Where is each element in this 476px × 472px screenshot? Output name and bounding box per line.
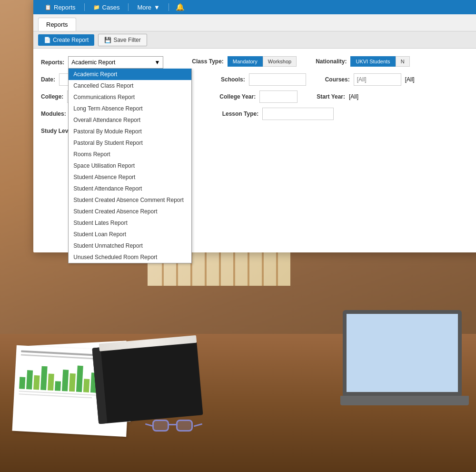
reports-field-label: Reports: [41, 59, 64, 66]
dropdown-item-pastoral-student[interactable]: Pastoral By Student Report [69, 137, 191, 149]
dropdown-item-label-3: Long Term Absence Report [73, 105, 142, 112]
courses-input[interactable] [354, 73, 401, 86]
dropdown-item-student-created-absence[interactable]: Student Created Absence Report [69, 206, 191, 217]
bar-1 [19, 377, 25, 389]
cases-nav-icon: 📁 [93, 4, 100, 10]
glass-bridge [169, 424, 176, 425]
start-year-value: [All] [349, 93, 358, 100]
dropdown-item-long-term[interactable]: Long Term Absence Report [69, 103, 191, 114]
courses-field: Courses: [All] [325, 73, 415, 86]
glass-frame-left [152, 420, 169, 432]
dropdown-item-label-4: Overall Attendance Report [73, 117, 140, 123]
dropdown-item-label-9: Student Absence Report [73, 174, 135, 181]
reports-select-display[interactable]: Academic Report ▼ [68, 56, 163, 69]
dropdown-item-pastoral-module[interactable]: Pastoral By Module Report [69, 126, 191, 137]
bar-4 [40, 366, 48, 391]
schools-input[interactable] [249, 73, 306, 86]
class-type-label: Class Type: [192, 58, 223, 65]
nationality-n[interactable]: N [396, 56, 410, 67]
lesson-type-label: Lesson Type: [222, 110, 258, 117]
reports-select-wrapper: Academic Report ▼ Academic Report Cancel… [68, 56, 163, 69]
dropdown-item-student-attendance[interactable]: Student Attendance Report [69, 183, 191, 194]
schools-label: Schools: [221, 76, 245, 83]
college-year-label: College Year: [219, 93, 256, 100]
class-type-mandatory[interactable]: Mandatory [228, 56, 263, 67]
nav-more[interactable]: More ▼ [130, 0, 167, 14]
dropdown-item-label-1: Cancelled Class Report [73, 82, 133, 89]
reports-select-arrow: ▼ [154, 59, 160, 66]
dropdown-item-overall-attendance[interactable]: Overall Attendance Report [69, 114, 191, 126]
create-label: Create Report [53, 37, 89, 43]
bar-7 [62, 370, 69, 392]
dropdown-item-label-11: Student Created Absence Comment Report [73, 197, 183, 203]
nav-divider-3 [169, 3, 169, 11]
class-type-group: Class Type: Mandatory Workshop [192, 56, 297, 67]
lesson-type-field: Lesson Type: [222, 108, 334, 120]
bar-9 [76, 366, 83, 392]
bar-6 [55, 381, 61, 391]
dropdown-item-academic-report[interactable]: Academic Report [69, 69, 191, 80]
reports-select-value: Academic Report [71, 59, 115, 66]
dropdown-item-unused-room[interactable]: Unused Scheduled Room Report [69, 251, 191, 263]
nav-bell[interactable]: 🔔 [171, 3, 189, 11]
start-year-field: Start Year: [All] [317, 93, 358, 100]
tab-reports-label: Reports [46, 21, 68, 28]
dropdown-item-student-unmatched[interactable]: Student Unmatched Report [69, 240, 191, 251]
nav-more-arrow: ▼ [154, 4, 160, 11]
dropdown-item-student-lates[interactable]: Student Lates Report [69, 217, 191, 229]
bar-3 [33, 375, 40, 390]
nationality-group: Nationality: UKVI Students N [316, 56, 409, 67]
reports-field-group: Reports: Academic Report ▼ Academic Repo… [41, 56, 163, 69]
app-window: 📋 Reports 📁 Cases More ▼ 🔔 Reports 📄 Cre… [33, 0, 476, 252]
class-type-buttons: Mandatory Workshop [228, 56, 297, 67]
dropdown-item-student-loan[interactable]: Student Loan Report [69, 229, 191, 240]
courses-value: [All] [405, 76, 415, 83]
reports-nav-icon: 📋 [45, 4, 51, 10]
create-report-button[interactable]: 📄 Create Report [38, 34, 94, 46]
dropdown-item-student-absence[interactable]: Student Absence Report [69, 171, 191, 183]
dropdown-item-space[interactable]: Space Utilisation Report [69, 160, 191, 171]
nav-cases[interactable]: 📁 Cases [87, 0, 127, 14]
dropdown-item-cancelled-class[interactable]: Cancelled Class Report [69, 80, 191, 91]
nav-divider-2 [128, 3, 129, 11]
nav-more-label: More [137, 4, 151, 11]
dropdown-item-student-created-comment[interactable]: Student Created Absence Comment Report [69, 194, 191, 206]
nav-divider-1 [84, 3, 85, 11]
dropdown-item-rooms[interactable]: Rooms Report [69, 149, 191, 160]
nationality-label: Nationality: [316, 58, 347, 65]
college-year-field: College Year: [219, 90, 298, 103]
dropdown-item-label-5: Pastoral By Module Report [73, 128, 141, 135]
dropdown-item-label-2: Communications Report [73, 94, 135, 100]
bar-5 [48, 373, 54, 391]
dropdown-item-label-13: Student Lates Report [73, 220, 127, 226]
laptop-base [340, 396, 469, 405]
modules-label: Modules: [41, 110, 66, 117]
start-year-label: Start Year: [317, 93, 345, 100]
dropdown-item-label-8: Space Utilisation Report [73, 162, 135, 169]
dropdown-item-communications[interactable]: Communications Report [69, 91, 191, 103]
nationality-buttons: UKVI Students N [350, 56, 409, 67]
laptop-screen-content [347, 314, 458, 392]
nationality-ukvi[interactable]: UKVI Students [350, 56, 395, 67]
reports-dropdown-list: Academic Report Cancelled Class Report C… [68, 69, 192, 263]
dropdown-item-label-7: Rooms Report [73, 151, 110, 158]
nav-cases-label: Cases [102, 4, 120, 11]
bar-2 [26, 370, 33, 390]
class-type-workshop[interactable]: Workshop [263, 56, 297, 67]
save-filter-button[interactable]: 💾 Save Filter [98, 34, 147, 46]
nav-reports-label: Reports [54, 4, 76, 11]
courses-label: Courses: [325, 76, 350, 83]
tab-reports[interactable]: Reports [38, 18, 76, 31]
nav-reports[interactable]: 📋 Reports [38, 0, 82, 14]
save-label: Save Filter [113, 37, 140, 43]
schools-field: Schools: [221, 73, 306, 86]
toolbar: 📄 Create Report 💾 Save Filter [33, 31, 476, 49]
dropdown-item-label-16: Unused Scheduled Room Report [73, 254, 157, 261]
dropdown-item-label: Academic Report [73, 71, 117, 78]
lesson-type-input[interactable] [262, 108, 334, 120]
top-nav: 📋 Reports 📁 Cases More ▼ 🔔 [33, 0, 476, 14]
dropdown-item-label-10: Student Attendance Report [73, 185, 142, 192]
main-content: Reports: Academic Report ▼ Academic Repo… [33, 49, 476, 145]
glass-frame-right [176, 420, 193, 432]
college-year-input[interactable] [259, 90, 298, 103]
